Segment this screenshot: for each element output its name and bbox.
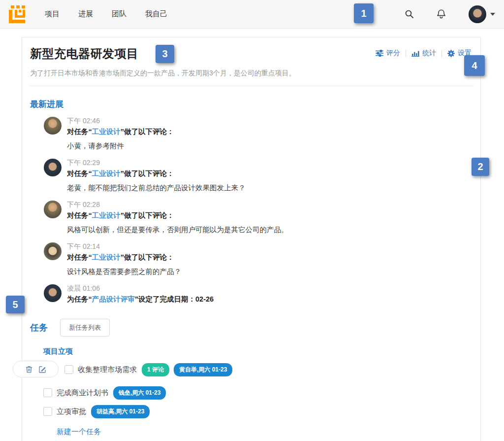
feed-timestamp: 下午 02:28 — [67, 200, 288, 209]
main-nav: 项目 进展 团队 我自己 — [45, 9, 167, 19]
feed-body: 下午 02:28 对任务“工业设计”做了以下评论： 风格可以创新，但还是要传承，… — [67, 199, 288, 235]
nav-item-team[interactable]: 团队 — [112, 9, 126, 19]
assignee-due-badge[interactable]: 黄自举,周六 01-23 — [174, 363, 232, 376]
feed-action-line: 对任务“工业设计”做了以下评论： — [67, 126, 174, 137]
feed-comment: 设计风格是否需要参照之前的产品？ — [67, 266, 181, 277]
separator — [406, 50, 406, 57]
avatar[interactable] — [44, 201, 62, 218]
statistics-label: 统计 — [422, 49, 436, 58]
task-link[interactable]: 工业设计 — [92, 170, 121, 177]
feed-timestamp: 下午 02:29 — [67, 158, 246, 168]
rating-label: 评分 — [386, 49, 400, 58]
feed-action-line: 对任务“工业设计”做了以下评论： — [67, 168, 246, 179]
annotation-mark-5: 5 — [6, 296, 25, 313]
delete-task-icon[interactable] — [26, 366, 32, 373]
caret-down-icon — [490, 13, 495, 16]
new-task-list-button[interactable]: 新任务列表 — [60, 319, 110, 337]
feed-comment: 风格可以创新，但还是要传承，否则用户可能以为是其它公司的产品。 — [67, 224, 288, 235]
task-group-name: 项目立项 — [43, 339, 480, 360]
bell-icon[interactable] — [437, 9, 446, 19]
add-task-link[interactable]: 新建一个任务 — [57, 427, 101, 437]
feed-body: 下午 02:29 对任务“工业设计”做了以下评论： 老黄，能不能把我们之前总结的… — [67, 157, 246, 193]
gear-icon — [447, 50, 455, 57]
tasks-heading: 任务 — [30, 322, 48, 334]
task-link[interactable]: 产品设计评审 — [92, 295, 135, 303]
nav-right-cluster — [405, 5, 495, 23]
avatar[interactable] — [44, 284, 62, 302]
action-suffix: ”做了以下评论： — [121, 211, 174, 219]
top-navbar: 项目 进展 团队 我自己 — [0, 0, 504, 29]
annotation-mark-3: 3 — [156, 45, 174, 63]
avatar[interactable] — [44, 117, 62, 135]
feed-item: 下午 02:28 对任务“工业设计”做了以下评论： 风格可以创新，但还是要传承，… — [22, 198, 480, 239]
feed-timestamp: 凌晨 01:06 — [67, 283, 214, 293]
feed-body: 凌晨 01:06 为任务“产品设计评审”设定了完成日期：02-26 — [67, 283, 214, 305]
action-prefix: 对任务“ — [67, 128, 92, 136]
brand-logo-icon[interactable] — [9, 5, 27, 23]
feed-action-line: 为任务“产品设计评审”设定了完成日期：02-26 — [67, 293, 214, 305]
task-group: 项目立项 收集整理市场需求 1 — [22, 339, 480, 440]
feed-body: 下午 02:46 对任务“工业设计”做了以下评论： 小黄，请参考附件 — [67, 115, 174, 151]
annotation-mark-2: 2 — [472, 158, 489, 176]
bar-chart-icon — [411, 50, 419, 57]
avatar[interactable] — [44, 159, 62, 176]
action-prefix: 对任务“ — [67, 170, 92, 177]
feed-action-line: 对任务“工业设计”做了以下评论： — [67, 209, 288, 221]
sliders-icon — [376, 50, 383, 57]
project-description: 为了打开日本市场和香港市场而定义的一款产品，开发周期3个月，是公司的重点项目。 — [22, 62, 480, 78]
feed-item: 下午 02:14 对任务“工业设计”做了以下评论： 设计风格是否需要参照之前的产… — [22, 239, 480, 281]
search-icon[interactable] — [405, 9, 414, 19]
task-label[interactable]: 收集整理市场需求 — [78, 365, 137, 374]
task-checkbox[interactable] — [43, 407, 52, 416]
action-suffix: ”设定了完成日期： — [135, 295, 195, 303]
due-date: 02-26 — [195, 295, 214, 303]
task-link[interactable]: 工业设计 — [92, 253, 121, 261]
nav-item-me[interactable]: 我自己 — [145, 9, 167, 19]
feed-action-line: 对任务“工业设计”做了以下评论： — [67, 251, 181, 263]
project-card: 新型充电器研发项目 评分 — [22, 37, 481, 441]
task-checkbox[interactable] — [64, 365, 73, 374]
task-hover-toolbar — [13, 361, 59, 377]
project-header: 新型充电器研发项目 评分 — [22, 37, 480, 62]
task-row[interactable]: 完成商业计划书 钱垒,周六 01-23 — [43, 383, 480, 402]
action-prefix: 为任务“ — [67, 295, 92, 303]
project-title: 新型充电器研发项目 — [30, 46, 139, 62]
action-suffix: ”做了以下评论： — [121, 253, 174, 261]
task-link[interactable]: 工业设计 — [92, 211, 121, 219]
edit-task-icon[interactable] — [39, 366, 46, 373]
rating-button[interactable]: 评分 — [376, 49, 400, 58]
feed-comment: 老黄，能不能把我们之前总结的产品设计效果图发上来？ — [67, 182, 246, 193]
feed-timestamp: 下午 02:14 — [67, 241, 181, 251]
action-prefix: 对任务“ — [67, 211, 92, 219]
separator — [441, 50, 442, 57]
nav-item-progress[interactable]: 进展 — [78, 9, 93, 19]
task-label[interactable]: 完成商业计划书 — [57, 388, 108, 398]
user-menu[interactable] — [469, 5, 495, 23]
statistics-button[interactable]: 统计 — [411, 49, 436, 58]
task-row[interactable]: 收集整理市场需求 1 评论 黄自举,周六 01-23 — [43, 360, 480, 379]
action-suffix: ”做了以下评论： — [121, 128, 174, 136]
task-row[interactable]: 立项审批 胡益高,周六 01-23 — [43, 402, 480, 421]
feed-item: 下午 02:29 对任务“工业设计”做了以下评论： 老黄，能不能把我们之前总结的… — [22, 156, 480, 198]
feed-item: 凌晨 01:06 为任务“产品设计评审”设定了完成日期：02-26 — [22, 281, 480, 309]
nav-item-projects[interactable]: 项目 — [45, 9, 60, 19]
task-link[interactable]: 工业设计 — [92, 128, 121, 136]
avatar[interactable] — [44, 242, 62, 260]
tasks-section-header: 任务 新任务列表 — [22, 309, 480, 339]
feed-body: 下午 02:14 对任务“工业设计”做了以下评论： 设计风格是否需要参照之前的产… — [67, 241, 181, 277]
feed-item: 下午 02:46 对任务“工业设计”做了以下评论： 小黄，请参考附件 — [22, 114, 480, 156]
task-label[interactable]: 立项审批 — [57, 407, 86, 416]
assignee-due-badge[interactable]: 胡益高,周六 01-23 — [91, 405, 150, 418]
action-suffix: ”做了以下评论： — [121, 170, 174, 177]
action-prefix: 对任务“ — [67, 253, 92, 261]
feed-comment: 小黄，请参考附件 — [67, 140, 174, 151]
task-checkbox[interactable] — [43, 388, 52, 397]
feed-timestamp: 下午 02:46 — [67, 116, 174, 126]
comment-count-badge[interactable]: 1 评论 — [142, 363, 169, 376]
user-avatar[interactable] — [469, 5, 486, 23]
project-header-actions: 评分 统计 — [376, 49, 472, 58]
annotation-mark-4: 4 — [464, 55, 485, 76]
annotation-mark-1: 1 — [354, 3, 374, 23]
progress-feed: 下午 02:46 对任务“工业设计”做了以下评论： 小黄，请参考附件 下午 02… — [22, 114, 480, 309]
assignee-due-badge[interactable]: 钱垒,周六 01-23 — [113, 386, 166, 400]
